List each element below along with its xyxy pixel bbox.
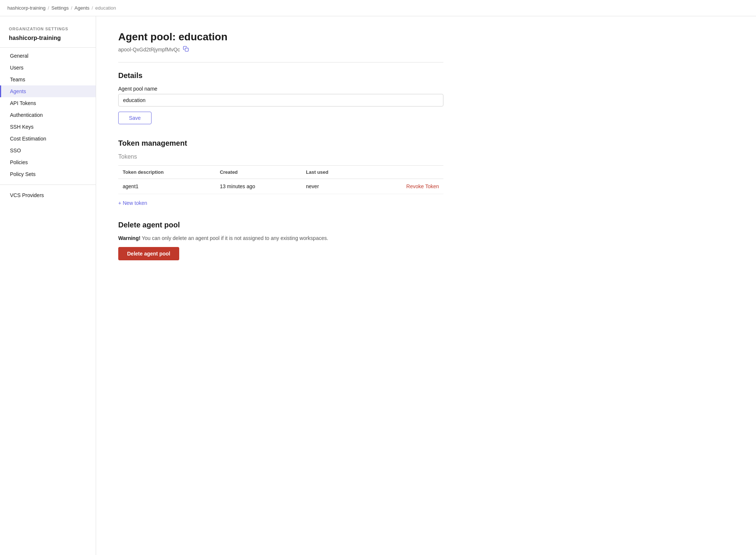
revoke-token-button[interactable]: Revoke Token xyxy=(406,183,439,189)
page-title: Agent pool: education xyxy=(118,31,443,43)
details-section: Details Agent pool name Save xyxy=(118,71,443,124)
layout: Organization Settings hashicorp-training… xyxy=(0,16,756,555)
sidebar-item-policies[interactable]: Policies xyxy=(0,156,96,168)
delete-warning-text: You can only delete an agent pool if it … xyxy=(140,235,328,241)
breadcrumb-sep-3: / xyxy=(92,5,93,11)
sidebar-item-api-tokens[interactable]: API Tokens xyxy=(0,97,96,109)
delete-warning: Warning! You can only delete an agent po… xyxy=(118,235,443,241)
col-header-description: Token description xyxy=(118,166,215,179)
breadcrumb: hashicorp-training / Settings / Agents /… xyxy=(0,0,756,16)
sidebar-divider xyxy=(0,185,96,185)
col-header-actions xyxy=(362,166,443,179)
sidebar-item-teams[interactable]: Teams xyxy=(0,74,96,85)
new-token-label: New token xyxy=(123,200,147,206)
breadcrumb-current: education xyxy=(95,5,116,11)
sidebar-item-cost-estimation[interactable]: Cost Estimation xyxy=(0,133,96,145)
sidebar-item-ssh-keys[interactable]: SSH Keys xyxy=(0,121,96,133)
tokens-table-header-row: Token description Created Last used xyxy=(118,166,443,179)
sidebar-section-label: Organization Settings xyxy=(0,27,96,35)
breadcrumb-org[interactable]: hashicorp-training xyxy=(7,5,45,11)
breadcrumb-agents[interactable]: Agents xyxy=(75,5,89,11)
table-row: agent1 13 minutes ago never Revoke Token xyxy=(118,179,443,194)
sidebar: Organization Settings hashicorp-training… xyxy=(0,16,96,555)
pool-id-row: apool-QxGd2tRjympfMvQc xyxy=(118,46,443,62)
tokens-subtitle: Tokens xyxy=(118,153,443,160)
agent-pool-name-input[interactable] xyxy=(118,94,443,106)
delete-section-title: Delete agent pool xyxy=(118,221,443,229)
breadcrumb-settings[interactable]: Settings xyxy=(51,5,69,11)
tokens-table: Token description Created Last used agen… xyxy=(118,165,443,194)
plus-icon: + xyxy=(118,200,121,206)
token-description: agent1 xyxy=(118,179,215,194)
sidebar-item-authentication[interactable]: Authentication xyxy=(0,109,96,121)
delete-agent-pool-section: Delete agent pool Warning! You can only … xyxy=(118,221,443,275)
delete-warning-bold: Warning! xyxy=(118,235,140,241)
sidebar-item-vcs-providers[interactable]: VCS Providers xyxy=(0,189,96,201)
breadcrumb-sep-1: / xyxy=(48,5,49,11)
sidebar-item-sso[interactable]: SSO xyxy=(0,145,96,156)
save-button[interactable]: Save xyxy=(118,112,151,124)
copy-icon[interactable] xyxy=(183,46,189,53)
main-content: Agent pool: education apool-QxGd2tRjympf… xyxy=(96,16,466,555)
sidebar-item-general[interactable]: General xyxy=(0,50,96,62)
agent-pool-name-label: Agent pool name xyxy=(118,86,443,92)
breadcrumb-sep-2: / xyxy=(71,5,72,11)
new-token-link[interactable]: + New token xyxy=(118,200,147,206)
sidebar-item-policy-sets[interactable]: Policy Sets xyxy=(0,168,96,180)
token-created: 13 minutes ago xyxy=(215,179,302,194)
token-management-section: Token management Tokens Token descriptio… xyxy=(118,139,443,206)
sidebar-org-name: hashicorp-training xyxy=(0,35,96,48)
col-header-last-used: Last used xyxy=(302,166,362,179)
svg-rect-0 xyxy=(185,48,188,51)
token-management-title: Token management xyxy=(118,139,443,148)
sidebar-item-users[interactable]: Users xyxy=(0,62,96,74)
delete-agent-pool-button[interactable]: Delete agent pool xyxy=(118,247,179,260)
sidebar-item-agents[interactable]: Agents xyxy=(0,85,96,97)
details-section-title: Details xyxy=(118,71,443,80)
pool-id: apool-QxGd2tRjympfMvQc xyxy=(118,47,180,53)
token-last-used: never xyxy=(302,179,362,194)
col-header-created: Created xyxy=(215,166,302,179)
